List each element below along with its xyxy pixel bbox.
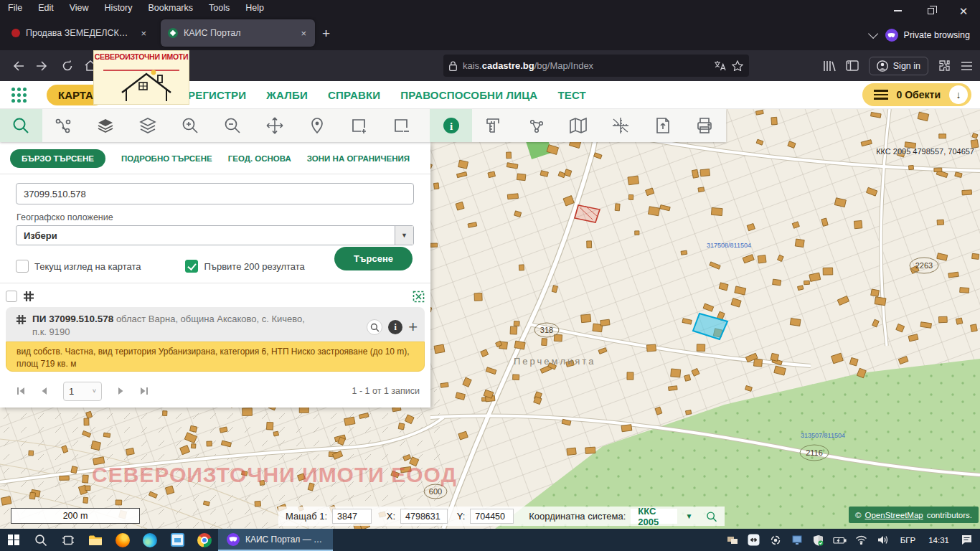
tab-list-chevron-icon[interactable] <box>868 29 878 39</box>
action-center-icon[interactable] <box>957 529 976 551</box>
tab-close-icon[interactable]: × <box>139 28 148 39</box>
menu-bookmarks[interactable]: Bookmarks <box>140 0 201 16</box>
app-menu-hamburger-icon[interactable] <box>961 61 973 71</box>
minimize-button[interactable] <box>881 0 914 22</box>
library-icon[interactable] <box>823 60 836 72</box>
reload-icon[interactable] <box>56 55 79 77</box>
crs-arrow-icon[interactable]: ▼ <box>685 512 692 520</box>
x-input[interactable]: 4798631 <box>400 509 448 524</box>
last-page-icon[interactable] <box>136 383 152 399</box>
menu-help[interactable]: Help <box>237 0 272 16</box>
file-explorer-icon[interactable] <box>82 529 109 551</box>
active-window-button[interactable]: КАИС Портал — Mo... <box>218 529 333 551</box>
menu-view[interactable]: View <box>62 0 97 16</box>
tray-wifi-icon[interactable] <box>852 529 871 551</box>
new-tab-button[interactable]: + <box>322 26 330 42</box>
current-view-checkbox[interactable] <box>16 260 29 273</box>
layers-filled-icon[interactable] <box>85 109 127 142</box>
task-view-icon[interactable] <box>55 529 82 551</box>
tray-battery-icon[interactable] <box>831 529 849 551</box>
page-select[interactable]: 1˅ <box>63 382 102 401</box>
measure-ruler-icon[interactable] <box>472 109 514 142</box>
sidebar-icon[interactable] <box>846 60 859 71</box>
restore-button[interactable] <box>914 0 947 22</box>
start-button[interactable] <box>0 529 27 551</box>
menu-history[interactable]: History <box>97 0 141 16</box>
parcel-search-input[interactable] <box>16 183 414 204</box>
tab-detailed-search[interactable]: ПОДРОБНО ТЪРСЕНЕ <box>121 154 212 163</box>
prev-page-icon[interactable] <box>36 383 52 399</box>
firefox-icon[interactable] <box>109 529 136 551</box>
crs-select[interactable]: ККС 2005 <box>631 509 677 524</box>
forward-icon[interactable] <box>30 55 53 77</box>
tray-remote-windows-icon[interactable] <box>723 529 742 551</box>
nav-registri[interactable]: РЕГИСТРИ <box>188 89 246 101</box>
tab-kais-portal[interactable]: КАИС Портал × <box>161 19 315 47</box>
search-tool-icon[interactable] <box>0 109 42 142</box>
tray-volume-icon[interactable] <box>874 529 892 551</box>
rect-zoom-subtract-icon[interactable] <box>380 109 423 142</box>
zoom-to-extent-icon[interactable] <box>413 291 425 303</box>
tray-security-shield-icon[interactable] <box>809 529 828 551</box>
osm-link[interactable]: OpenStreetMap <box>865 511 923 519</box>
map-folded-icon[interactable] <box>557 109 599 142</box>
map-area[interactable]: 318 2263 2116 600 Перчемлията 317508/811… <box>0 109 980 529</box>
clock[interactable]: 14:31 <box>923 536 954 545</box>
menu-file[interactable]: File <box>0 0 30 16</box>
nav-zhalbi[interactable]: ЖАЛБИ <box>266 89 308 101</box>
first-page-icon[interactable] <box>13 383 29 399</box>
sign-in-button[interactable]: Sign in <box>869 57 928 75</box>
nav-test[interactable]: ТЕСТ <box>557 89 586 101</box>
select-all-checkbox[interactable] <box>6 291 17 302</box>
bookmark-star-icon[interactable] <box>732 60 743 71</box>
taskbar-search-icon[interactable] <box>27 529 55 551</box>
mail-app-icon[interactable] <box>164 529 191 551</box>
apps-grid-icon[interactable] <box>11 88 27 103</box>
rect-zoom-add-icon[interactable] <box>339 109 381 142</box>
nav-spravki[interactable]: СПРАВКИ <box>328 89 380 101</box>
tab-prodava[interactable]: Продава ЗЕМЕДЕЛСКА ЗЕМЯ в × <box>4 19 155 47</box>
scale-input[interactable]: 3847 <box>332 509 372 524</box>
coordinate-grid-icon[interactable] <box>599 109 641 142</box>
export-page-icon[interactable] <box>641 109 684 142</box>
status-search-icon[interactable] <box>706 509 717 524</box>
search-submit-button[interactable]: Търсене <box>334 247 413 270</box>
zoom-in-tool-icon[interactable] <box>169 109 212 142</box>
geo-position-select[interactable]: Избери ▼ <box>16 225 414 245</box>
translate-icon[interactable] <box>714 60 726 71</box>
url-field[interactable]: kais.cadastre.bg/bg/Map/Index <box>443 55 749 77</box>
tray-capture-icon[interactable] <box>766 529 785 551</box>
next-page-icon[interactable] <box>113 383 129 399</box>
objects-badge[interactable]: 0 Обекти ↓ <box>862 83 971 106</box>
extensions-puzzle-icon[interactable] <box>938 60 951 72</box>
menu-tools[interactable]: Tools <box>201 0 237 16</box>
tray-display-icon[interactable] <box>788 529 806 551</box>
layers-stack-icon[interactable] <box>127 109 169 142</box>
back-icon[interactable] <box>7 55 30 77</box>
tab-close-icon[interactable]: × <box>299 28 308 39</box>
menu-edit[interactable]: Edit <box>30 0 62 16</box>
result-add-icon[interactable]: + <box>408 319 418 335</box>
location-pin-icon[interactable] <box>296 109 339 142</box>
close-button[interactable]: ✕ <box>947 0 980 22</box>
tab-restriction-zones[interactable]: ЗОНИ НА ОГРАНИЧЕНИЯ <box>307 154 410 163</box>
print-icon[interactable] <box>684 109 726 142</box>
map-attribution: © OpenStreetMap contributors. <box>849 507 979 523</box>
info-tool-icon[interactable]: i <box>430 109 472 142</box>
nav-pravosposobni-litsa[interactable]: ПРАВОСПОСОБНИ ЛИЦА <box>400 89 537 101</box>
edge-icon[interactable] <box>136 529 164 551</box>
pan-tool-icon[interactable] <box>254 109 296 142</box>
tray-teamviewer-icon[interactable] <box>745 529 763 551</box>
measure-polygon-icon[interactable] <box>514 109 557 142</box>
tab-quick-search[interactable]: БЪРЗО ТЪРСЕНЕ <box>10 149 105 168</box>
result-row[interactable]: ПИ 37099.510.578 област Варна, община Ак… <box>6 307 425 342</box>
result-info-icon[interactable]: i <box>388 320 402 334</box>
tab-geodetic-basis[interactable]: ГЕОД. ОСНОВА <box>228 154 291 163</box>
language-indicator[interactable]: БГР <box>895 536 920 545</box>
result-zoom-icon[interactable] <box>367 319 382 335</box>
chrome-icon[interactable] <box>191 529 218 551</box>
y-input[interactable]: 704450 <box>470 509 514 524</box>
zoom-out-tool-icon[interactable] <box>212 109 254 142</box>
first-200-checkbox[interactable] <box>185 260 198 273</box>
route-tool-icon[interactable] <box>42 109 85 142</box>
